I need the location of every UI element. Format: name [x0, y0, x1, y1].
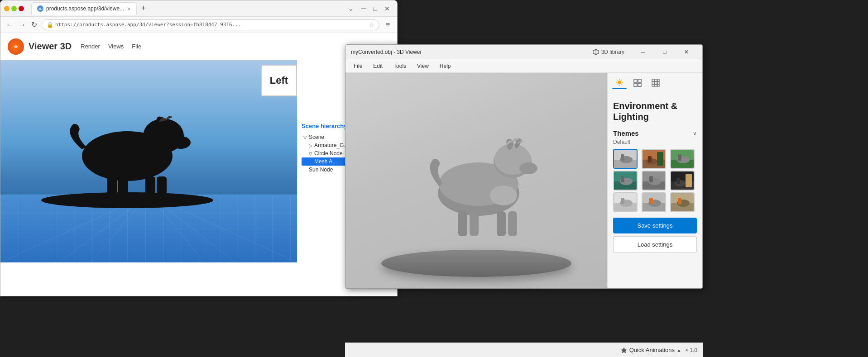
theme-card-light[interactable]	[613, 192, 638, 212]
app-logo	[8, 38, 24, 55]
win-close-btn[interactable]: ✕	[381, 5, 393, 13]
app-minimize-btn[interactable]: ─	[633, 46, 653, 58]
theme-card-orange[interactable]	[642, 192, 666, 212]
menu-file[interactable]: File	[132, 41, 141, 52]
app-menu-view[interactable]: View	[412, 62, 433, 71]
svg-rect-55	[648, 156, 652, 162]
save-settings-button[interactable]: Save settings	[613, 218, 697, 233]
themes-chevron[interactable]: ∨	[693, 130, 697, 137]
theme-card-dark[interactable]	[670, 171, 695, 190]
theme-card-gray[interactable]	[642, 171, 666, 190]
tab-close-btn[interactable]: ×	[128, 6, 130, 11]
win-minimize-btn[interactable]: ─	[357, 5, 369, 13]
app-close-btn[interactable]: ✕	[676, 46, 697, 58]
app-maximize-btn[interactable]: □	[654, 46, 675, 58]
browser-maximize-btn[interactable]	[11, 6, 17, 11]
tab-favicon: 3D	[37, 5, 43, 12]
theme-card-green[interactable]	[670, 149, 695, 169]
address-bar-row: ← → ↻ 🔒 https://products.aspose.app/3d/v…	[0, 17, 397, 33]
theme-grid	[613, 149, 697, 212]
app-menu-help[interactable]: Help	[435, 62, 456, 71]
theme-card-teal[interactable]	[613, 171, 638, 190]
app-window-title: myConverted.obj - 3D Viewer	[351, 49, 422, 55]
panel-tabs	[608, 73, 702, 93]
svg-rect-70	[686, 174, 692, 187]
svg-rect-53	[657, 152, 663, 166]
browser-tab[interactable]: 3D products.aspose.app/3d/viewe... ×	[31, 2, 137, 15]
theme-card-default[interactable]	[613, 149, 638, 169]
themes-label: Themes	[613, 129, 639, 137]
svg-line-32	[622, 80, 623, 81]
svg-rect-36	[634, 83, 637, 86]
browser-titlebar: 3D products.aspose.app/3d/viewe... × + ⌄…	[0, 0, 397, 17]
circle-label: Circle Node	[314, 150, 343, 157]
svg-rect-50	[621, 154, 624, 161]
app-menu-edit[interactable]: Edit	[369, 62, 387, 71]
theme-card-warm[interactable]	[642, 149, 666, 169]
back-button[interactable]: ←	[5, 20, 14, 30]
theme-green-preview	[671, 150, 695, 169]
app-title: Viewer 3D	[29, 41, 72, 52]
browser-minimize-btn[interactable]	[4, 6, 10, 11]
svg-rect-22	[458, 211, 467, 236]
bookmark-icon[interactable]: ☆	[369, 21, 374, 28]
address-text: https://products.aspose.app/3d/viewer?se…	[55, 22, 241, 28]
browser-content-area: Left Scene hierarchy t ▽ Scene ▷ Armatur…	[0, 60, 397, 262]
browser-window: 3D products.aspose.app/3d/viewe... × + ⌄…	[0, 0, 398, 296]
scene-item-label: Scene	[309, 134, 324, 140]
app-window-menubar: File Edit Tools View Help	[345, 59, 702, 73]
win-maximize-btn[interactable]: □	[370, 5, 381, 13]
circle-arrow: ▽	[309, 151, 312, 156]
menu-views[interactable]: Views	[108, 41, 124, 52]
app-window-controls: 3D library ─ □ ✕	[592, 46, 697, 58]
forward-button[interactable]: →	[18, 20, 27, 30]
app-menu-file[interactable]: File	[349, 62, 367, 71]
svg-rect-37	[638, 83, 641, 86]
svg-rect-46	[657, 85, 659, 86]
svg-rect-12	[157, 176, 167, 195]
scene-arrow: ▽	[303, 135, 307, 140]
svg-rect-42	[655, 82, 657, 84]
scale-indicator: × 1.0	[685, 347, 697, 353]
pedestal-silhouette	[41, 192, 213, 208]
load-settings-button[interactable]: Load settings	[613, 236, 697, 253]
svg-line-33	[617, 85, 618, 86]
theme-extra-preview	[671, 193, 695, 212]
animation-icon	[620, 347, 628, 354]
svg-point-19	[519, 162, 537, 174]
menu-render[interactable]: Render	[81, 41, 100, 52]
tab-grid[interactable]	[630, 76, 645, 89]
themes-header: Themes ∨	[613, 129, 697, 137]
browser-3d-viewport: Left	[0, 60, 297, 262]
tab-table[interactable]	[648, 76, 663, 89]
theme-dark-preview	[671, 171, 695, 190]
svg-rect-13	[107, 176, 117, 195]
default-label: Default	[613, 139, 697, 145]
lock-icon: 🔒	[47, 22, 53, 28]
panel-content: Environment &Lighting Themes ∨ Default	[608, 93, 702, 288]
tab-lighting[interactable]	[612, 76, 627, 89]
refresh-button[interactable]: ↻	[30, 19, 38, 30]
svg-rect-76	[621, 198, 624, 204]
browser-close-btn[interactable]	[19, 6, 24, 11]
3d-library-label: 3D library	[601, 49, 624, 55]
theme-light-preview	[614, 193, 638, 212]
svg-rect-11	[145, 176, 155, 195]
theme-card-extra[interactable]	[670, 192, 695, 212]
logo-svg	[11, 42, 20, 51]
quick-animations-label: Quick Animations	[629, 347, 675, 353]
app-3d-viewport	[345, 73, 607, 288]
svg-rect-67	[649, 176, 653, 182]
svg-rect-63	[621, 176, 624, 182]
browser-menu-btn[interactable]: ≡	[383, 21, 393, 29]
cube-icon	[592, 48, 599, 56]
dog-silhouette-svg	[37, 97, 209, 197]
app-menu-tools[interactable]: Tools	[389, 62, 411, 71]
theme-gray-preview	[643, 171, 666, 190]
quick-animations-section[interactable]: Quick Animations ▲	[620, 347, 681, 354]
grid-icon	[633, 79, 642, 87]
new-tab-button[interactable]: +	[139, 4, 148, 13]
tab-dropdown-icon[interactable]: ⌄	[348, 5, 354, 12]
3d-library-btn[interactable]: 3D library	[592, 46, 624, 58]
quick-animations-chevron[interactable]: ▲	[676, 347, 681, 353]
